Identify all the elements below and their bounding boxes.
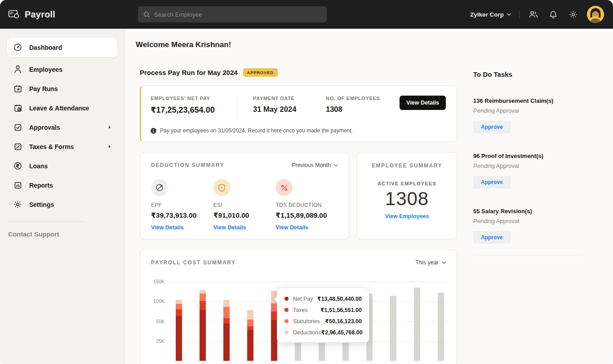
sidebar-item-employees[interactable]: Employees [7,61,117,78]
user-avatar[interactable] [587,6,604,23]
users-icon[interactable] [528,9,539,20]
chart-tooltip: Net Pay ₹13,48,50,440.00 Taxes ₹1,51,56,… [277,288,369,342]
chevron-down-icon [507,13,511,16]
employee-count-stat: NO. OF EMPLOYEES 1308 [326,96,380,114]
deduction-label: TDS DEDUCTION [275,202,338,208]
tds-summary: TDS DEDUCTION ₹1,15,89,089.00 View Detai… [275,179,338,231]
sidebar-item-pay-runs[interactable]: Pay Runs [7,80,117,97]
esi-summary: ESI ₹91,010.00 View Details [213,179,276,231]
chart-bar[interactable] [223,300,230,361]
tooltip-value: ₹1,51,56,551.00 [320,307,362,313]
pay-runs-icon [13,84,22,93]
epf-summary: EPF ₹39,73,913.00 View Details [151,179,213,231]
stat-divider [237,96,237,119]
tooltip-dot [284,297,289,301]
chart-bar-segment [200,294,206,301]
active-employees-count: 1308 [357,188,457,210]
approve-button[interactable]: Approve [473,176,511,189]
todo-task-reimbursement: 136 Reimbursement Claim(s) Pending Appro… [473,97,599,133]
sidebar-item-dashboard[interactable]: Dashboard [7,38,117,57]
payrun-card: EMPLOYEES' NET PAY ₹17,25,23,654.00 PAYM… [140,85,457,142]
chart-bar-segment [223,324,230,361]
stat-value: 31 May 2024 [253,105,326,114]
page-title: Welcome Meera Krishnan! [136,40,613,49]
view-details-link[interactable]: View Details [275,224,308,231]
taxes-forms-icon [13,142,22,151]
deduction-value: ₹1,15,89,089.00 [275,211,338,219]
chart-bar-segment [176,316,182,361]
tooltip-label: Statutories [293,318,320,325]
sidebar-item-taxes-forms[interactable]: Taxes & Forms [7,138,117,155]
chart-period-dropdown[interactable]: This year [416,259,446,266]
tooltip-dot [284,330,289,334]
view-details-link[interactable]: View Details [213,224,246,231]
status-badge: APPROVED [243,68,278,77]
chart-bar[interactable] [200,290,206,361]
loans-icon [13,162,22,170]
settings-icon [13,200,22,209]
view-details-link[interactable]: View Details [151,224,184,231]
deduction-value: ₹91,010.00 [213,211,276,219]
approve-button[interactable]: Approve [473,231,511,244]
payrun-section-title: Process Pay Run for May 2024 [140,69,238,76]
tooltip-label: Deductions [293,329,321,336]
chart-bar-segment [223,300,230,307]
org-switcher[interactable]: Zylker Corp [470,11,511,18]
sidebar-item-label: Approvals [29,124,60,131]
sidebar-item-loans[interactable]: Loans [7,157,117,175]
tooltip-row: Taxes ₹1,51,56,551.00 [284,304,362,316]
dashboard-left-column: Process Pay Run for May 2024 APPROVED EM… [136,68,457,364]
contact-support-link[interactable]: Contact Support [7,231,117,238]
approve-button[interactable]: Approve [473,121,511,133]
info-icon [151,128,156,134]
chart-bar-segment [200,301,206,310]
sidebar-item-reports[interactable]: Reports [7,176,117,194]
sidebar-item-approvals[interactable]: Approvals [7,118,117,136]
notifications-bell-icon[interactable] [547,9,559,20]
tooltip-value: ₹50,16,123.00 [325,318,362,325]
deduction-summary-card: DEDUCTION SUMMARY Previous Month [140,152,349,239]
sidebar-item-label: Employees [29,66,62,73]
chevron-down-icon [334,164,338,167]
topbar-right: Zylker Corp [470,6,613,23]
task-status: Pending Approval [473,218,599,224]
chart-bar[interactable] [176,300,182,361]
deduction-label: ESI [213,202,276,208]
leave-attendance-icon [13,104,22,112]
chart-bar[interactable] [247,310,253,361]
app-logo: Payroll [0,9,55,20]
chart-bar-segment [176,300,182,304]
active-employees-label: ACTIVE EMPLOYEES [357,181,457,186]
view-details-button[interactable]: View Details [400,96,446,110]
chart-bar[interactable] [390,296,396,361]
main-content: Welcome Meera Krishnan! Process Pay Run … [125,29,613,364]
chart-bar[interactable] [414,288,420,361]
chevron-right-icon [108,125,111,129]
approvals-icon [13,123,22,132]
tooltip-row: Net Pay ₹13,48,50,440.00 [284,293,362,304]
chart-bar-segment [247,320,253,326]
search-box[interactable] [138,6,327,22]
task-title: 55 Salary Revision(s) [473,208,599,215]
todo-panel: To Do Tasks 136 Reimbursement Claim(s) P… [473,68,599,364]
chart-bar-segment [223,307,230,318]
chart-bar-segment [271,303,277,311]
search-input[interactable] [154,11,321,18]
topbar-divider [519,10,520,19]
chart-bar[interactable] [438,293,444,361]
y-axis-tick: 150K [147,279,164,284]
chart-bar-segment [271,320,277,361]
employees-icon [13,65,22,74]
employee-summary-title: EMPLOYEE SUMMARY [357,162,457,169]
payment-date-stat: PAYMENT DATE 31 May 2024 [253,96,326,114]
stat-label: EMPLOYEES' NET PAY [151,96,237,101]
sidebar-item-leave-attendance[interactable]: Leave & Attendance [7,99,117,117]
y-axis-tick: 100K [147,298,164,304]
settings-gear-icon[interactable] [567,9,579,20]
period-filter-dropdown[interactable]: Previous Month [292,162,338,168]
chart-bar-segment [176,304,182,309]
stat-value: ₹17,25,23,654.00 [151,105,237,115]
view-employees-link[interactable]: View Employees [385,213,429,219]
sidebar-item-settings[interactable]: Settings [7,196,117,213]
chart-bar-segment [223,318,230,324]
